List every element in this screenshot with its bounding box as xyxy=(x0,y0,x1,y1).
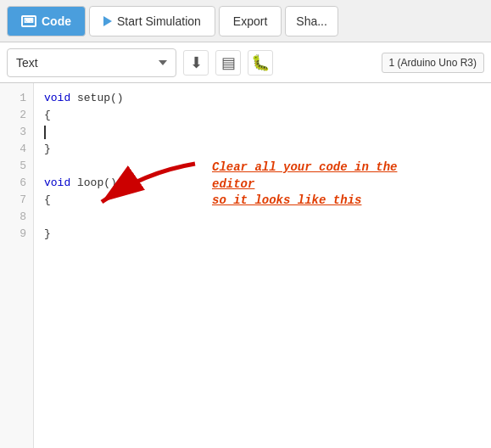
code-icon: ⌨ xyxy=(21,15,36,27)
dropdown-arrow-icon xyxy=(159,60,167,65)
second-toolbar: Text ⬇ ▤ 🐛 1 (Arduino Uno R3) xyxy=(0,42,491,83)
code-line-3 xyxy=(44,124,481,141)
annotation-line2: so it looks like this xyxy=(212,193,361,207)
annotation-arrow xyxy=(76,155,212,223)
print-icon[interactable]: ▤ xyxy=(215,50,241,76)
download-icon[interactable]: ⬇ xyxy=(183,50,209,76)
share-label: Sha... xyxy=(296,14,327,28)
text-dropdown[interactable]: Text xyxy=(7,48,176,77)
code-line-2: { xyxy=(44,107,481,124)
top-bar: ⌨ Code Start Simulation Export Sha... xyxy=(0,0,491,42)
export-button[interactable]: Export xyxy=(219,6,282,36)
line-num-2: 2 xyxy=(0,107,33,124)
annotation-text: Clear all your code in the editor so it … xyxy=(212,160,432,210)
share-button[interactable]: Sha... xyxy=(285,6,338,36)
code-line-1: void setup() xyxy=(44,90,481,107)
code-line-9: } xyxy=(44,226,481,243)
keyword-void-1: void xyxy=(44,92,70,104)
export-label: Export xyxy=(233,14,267,28)
line-num-7: 7 xyxy=(0,192,33,209)
line-num-5: 5 xyxy=(0,158,33,175)
cursor xyxy=(44,126,46,139)
arduino-badge: 1 (Arduino Uno R3) xyxy=(382,53,484,73)
line-num-4: 4 xyxy=(0,141,33,158)
code-tab-label: Code xyxy=(42,14,71,28)
line-num-1: 1 xyxy=(0,90,33,107)
code-editor[interactable]: void setup() { } void loop() { } Clear a… xyxy=(34,83,491,448)
line-num-9: 9 xyxy=(0,226,33,243)
debug-icon[interactable]: 🐛 xyxy=(248,50,273,76)
line-num-6: 6 xyxy=(0,175,33,192)
start-simulation-button[interactable]: Start Simulation xyxy=(89,6,215,36)
code-tab-button[interactable]: ⌨ Code xyxy=(7,6,86,36)
start-simulation-label: Start Simulation xyxy=(117,14,201,28)
text-dropdown-label: Text xyxy=(16,56,38,70)
line-num-3: 3 xyxy=(0,124,33,141)
play-icon xyxy=(103,16,112,26)
line-num-8: 8 xyxy=(0,209,33,226)
keyword-void-2: void xyxy=(44,176,70,189)
editor-area: 1 2 3 4 5 6 7 8 9 void setup() { } void … xyxy=(0,83,491,448)
annotation-line1: Clear all your code in the editor xyxy=(212,160,397,191)
line-numbers: 1 2 3 4 5 6 7 8 9 xyxy=(0,83,34,448)
